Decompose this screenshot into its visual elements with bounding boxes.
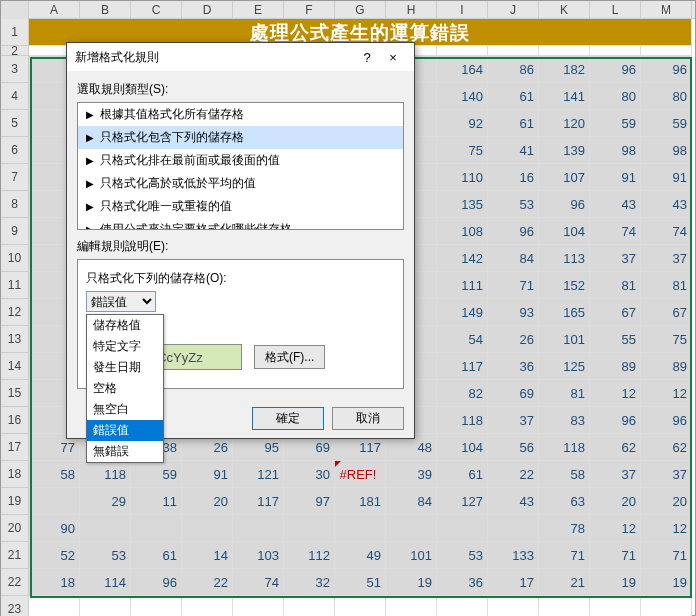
cell[interactable]: 63: [539, 488, 590, 515]
cell[interactable]: 114: [80, 569, 131, 596]
col-header[interactable]: I: [437, 1, 488, 18]
cell[interactable]: [590, 596, 641, 616]
row-header[interactable]: 2: [1, 46, 29, 56]
close-icon[interactable]: ×: [380, 50, 406, 65]
row-header[interactable]: 17: [1, 434, 29, 461]
cell[interactable]: 67: [590, 299, 641, 326]
col-header[interactable]: K: [539, 1, 590, 18]
cell[interactable]: 96: [488, 218, 539, 245]
cell[interactable]: 101: [539, 326, 590, 353]
cell[interactable]: [284, 515, 335, 542]
cell[interactable]: 20: [182, 488, 233, 515]
cell[interactable]: 135: [437, 191, 488, 218]
cell[interactable]: 43: [641, 191, 692, 218]
cell[interactable]: 181: [335, 488, 386, 515]
cell[interactable]: 97: [284, 488, 335, 515]
rule-type-list[interactable]: ▶根據其值格式化所有儲存格▶只格式化包含下列的儲存格▶只格式化排在最前面或最後面…: [77, 102, 404, 230]
cell[interactable]: [29, 488, 80, 515]
cell[interactable]: 118: [80, 461, 131, 488]
cell[interactable]: [437, 46, 488, 56]
cell[interactable]: 164: [437, 56, 488, 83]
cell[interactable]: 92: [437, 110, 488, 137]
cell[interactable]: 53: [80, 542, 131, 569]
cell[interactable]: 62: [590, 434, 641, 461]
cell[interactable]: 14: [182, 542, 233, 569]
cell[interactable]: 182: [539, 56, 590, 83]
cell[interactable]: 103: [233, 542, 284, 569]
cell[interactable]: 37: [641, 461, 692, 488]
cell[interactable]: 117: [233, 488, 284, 515]
cell[interactable]: 59: [590, 110, 641, 137]
cell[interactable]: 61: [488, 83, 539, 110]
dropdown-item[interactable]: 無空白: [87, 399, 163, 420]
cell[interactable]: 69: [488, 380, 539, 407]
rule-type-item[interactable]: ▶只格式化排在最前面或最後面的值: [78, 149, 403, 172]
cell[interactable]: 81: [539, 380, 590, 407]
cell[interactable]: 71: [641, 542, 692, 569]
cell[interactable]: 98: [641, 137, 692, 164]
cell[interactable]: [335, 515, 386, 542]
row-header[interactable]: 11: [1, 272, 29, 299]
row-header[interactable]: 12: [1, 299, 29, 326]
cell[interactable]: [182, 596, 233, 616]
cell[interactable]: 58: [539, 461, 590, 488]
cell[interactable]: 21: [539, 569, 590, 596]
cell[interactable]: 58: [29, 461, 80, 488]
cell[interactable]: 19: [641, 569, 692, 596]
cell[interactable]: 84: [386, 488, 437, 515]
cell[interactable]: 16: [488, 164, 539, 191]
cell[interactable]: 121: [233, 461, 284, 488]
cell[interactable]: 71: [488, 272, 539, 299]
row-header[interactable]: 22: [1, 569, 29, 596]
cell[interactable]: 101: [386, 542, 437, 569]
cell[interactable]: 74: [590, 218, 641, 245]
cell[interactable]: 61: [131, 542, 182, 569]
cell[interactable]: 80: [590, 83, 641, 110]
cell[interactable]: 19: [386, 569, 437, 596]
col-header[interactable]: B: [80, 1, 131, 18]
cell[interactable]: 52: [29, 542, 80, 569]
row-header[interactable]: 6: [1, 137, 29, 164]
cell[interactable]: 78: [539, 515, 590, 542]
rule-type-item[interactable]: ▶只格式化包含下列的儲存格: [78, 126, 403, 149]
cell[interactable]: 96: [590, 407, 641, 434]
cell[interactable]: 12: [641, 380, 692, 407]
cell[interactable]: 91: [182, 461, 233, 488]
dropdown-item[interactable]: 空格: [87, 378, 163, 399]
cell[interactable]: 98: [590, 137, 641, 164]
cell[interactable]: [437, 515, 488, 542]
cell[interactable]: 36: [437, 569, 488, 596]
rule-type-item[interactable]: ▶使用公式來決定要格式化哪些儲存格: [78, 218, 403, 230]
cell[interactable]: [182, 515, 233, 542]
cell[interactable]: 89: [590, 353, 641, 380]
cell[interactable]: [29, 596, 80, 616]
cell[interactable]: 142: [437, 245, 488, 272]
cell[interactable]: 111: [437, 272, 488, 299]
cell[interactable]: 110: [437, 164, 488, 191]
cell[interactable]: [590, 46, 641, 56]
col-header[interactable]: D: [182, 1, 233, 18]
cell[interactable]: [80, 515, 131, 542]
cell[interactable]: 113: [539, 245, 590, 272]
cell[interactable]: 120: [539, 110, 590, 137]
cell[interactable]: 84: [488, 245, 539, 272]
cell[interactable]: 22: [182, 569, 233, 596]
col-header[interactable]: M: [641, 1, 692, 18]
cell[interactable]: 51: [335, 569, 386, 596]
cell[interactable]: 165: [539, 299, 590, 326]
row-header[interactable]: 21: [1, 542, 29, 569]
cell[interactable]: 67: [641, 299, 692, 326]
cell[interactable]: 96: [539, 191, 590, 218]
cell[interactable]: #REF!: [335, 461, 386, 488]
row-header[interactable]: 20: [1, 515, 29, 542]
col-header[interactable]: F: [284, 1, 335, 18]
cell[interactable]: 37: [488, 407, 539, 434]
cell[interactable]: 93: [488, 299, 539, 326]
dropdown-item[interactable]: 錯誤值: [87, 420, 163, 441]
cell[interactable]: [641, 46, 692, 56]
cell[interactable]: 125: [539, 353, 590, 380]
cell[interactable]: 86: [488, 56, 539, 83]
col-header[interactable]: J: [488, 1, 539, 18]
cell[interactable]: 140: [437, 83, 488, 110]
cell[interactable]: 18: [29, 569, 80, 596]
